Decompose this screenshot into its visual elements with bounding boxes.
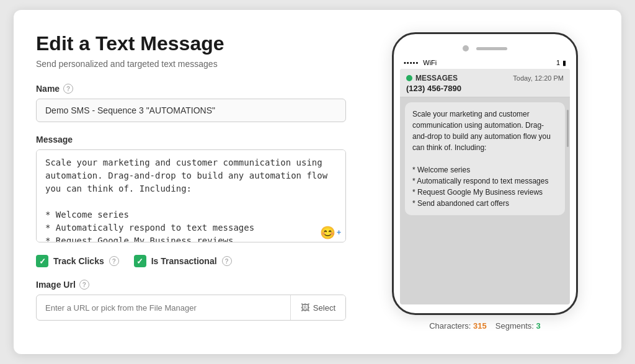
is-transactional-checkbox[interactable] [134,255,146,267]
is-transactional-label: Is Transactional [151,256,217,266]
phone-wrapper: ••••• WiFi 1 ▮ MESS [392,32,578,315]
phone-outer: ••••• WiFi 1 ▮ MESS [392,32,578,315]
message-textarea[interactable]: Scale your marketing and customer commun… [36,149,346,242]
segments-value: 3 [536,321,541,331]
image-url-field-label: Image Url ? [36,280,346,290]
phone-battery: 1 ▮ [556,59,566,67]
name-help-icon[interactable]: ? [63,84,73,94]
battery-level: 1 [556,59,560,66]
phone-status-bar: ••••• WiFi 1 ▮ [400,56,570,69]
track-clicks-item: Track Clicks ? [36,255,119,267]
is-transactional-item: Is Transactional ? [134,255,232,267]
scroll-bar [567,110,569,147]
message-field-label: Message [36,135,346,144]
checkboxes-row: Track Clicks ? Is Transactional ? [36,255,346,267]
signal-dots: ••••• [404,59,419,66]
phone-camera [463,45,469,51]
image-url-field: 🖼 Select [36,295,346,321]
phone-number: (123) 456-7890 [406,84,564,93]
battery-icon: ▮ [562,59,566,67]
phone-signal: ••••• WiFi [404,59,437,66]
emoji-plus-icon: + [337,228,341,237]
stats-row: Characters: 315 Segments: 3 [429,321,541,331]
sms-bubble: Scale your marketing and customer commun… [405,102,565,215]
image-url-help-icon[interactable]: ? [79,280,89,290]
emoji-button[interactable]: 😊+ [320,225,341,240]
wifi-icon: WiFi [423,59,437,66]
message-container: Scale your marketing and customer commun… [36,149,346,245]
phone-screen: MESSAGES Today, 12:20 PM (123) 456-7890 … [400,69,570,304]
page-title: Edit a Text Message [36,32,346,55]
phone-top-bar [400,45,570,51]
select-button[interactable]: 🖼 Select [290,295,345,320]
phone-speaker [476,47,507,50]
sms-header-top: MESSAGES Today, 12:20 PM [406,74,564,82]
characters-value: 315 [473,321,487,331]
chars-label: Characters: 315 [429,321,487,331]
sms-body: 2 Scale your marketing and customer comm… [400,97,570,220]
main-card: Edit a Text Message Send personalized an… [14,10,621,354]
left-panel: Edit a Text Message Send personalized an… [36,32,346,337]
track-clicks-checkbox[interactable] [36,255,48,267]
emoji-icon: 😊 [320,225,335,240]
messages-app-label: MESSAGES [415,74,458,82]
is-transactional-help-icon[interactable]: ? [222,256,232,266]
messages-app: MESSAGES [406,74,458,82]
right-panel: ••••• WiFi 1 ▮ MESS [371,32,599,337]
messages-app-icon [406,75,412,81]
track-clicks-label: Track Clicks [53,256,104,266]
name-input[interactable] [36,99,346,122]
page-subtitle: Send personalized and targeted text mess… [36,59,346,69]
message-time: Today, 12:20 PM [513,74,564,82]
name-field-label: Name ? [36,84,346,94]
segments-label-group: Segments: 3 [495,321,541,331]
segments-label: Segments: [495,321,534,331]
image-icon: 🖼 [301,303,309,313]
track-clicks-help-icon[interactable]: ? [109,256,119,266]
image-url-input[interactable] [37,296,290,320]
characters-label: Characters: [429,321,471,331]
sms-header: MESSAGES Today, 12:20 PM (123) 456-7890 [400,69,570,97]
